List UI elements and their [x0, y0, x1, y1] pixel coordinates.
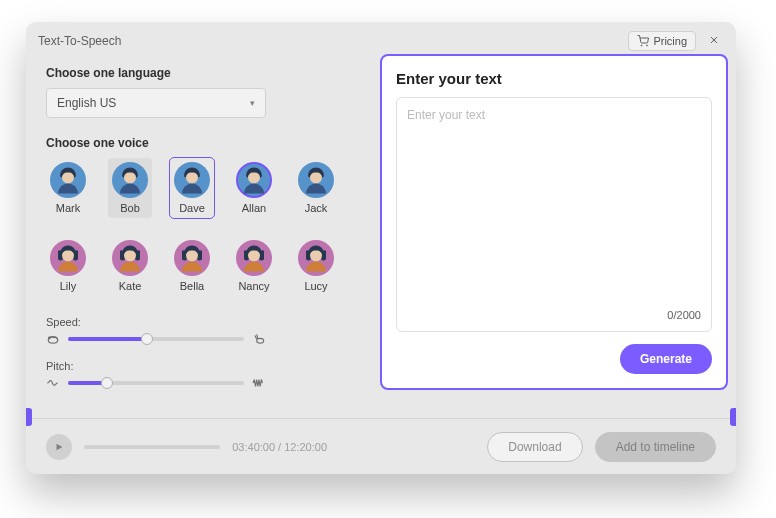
- download-button[interactable]: Download: [487, 432, 582, 462]
- window-title: Text-To-Speech: [38, 34, 121, 48]
- rabbit-icon: [252, 332, 266, 346]
- voice-option-bella[interactable]: Bella: [170, 236, 214, 296]
- cart-icon: [637, 35, 649, 47]
- svg-point-1: [647, 45, 648, 46]
- play-icon: [54, 442, 64, 452]
- playback-timeline[interactable]: [84, 445, 220, 449]
- wave-high-icon: [252, 376, 266, 390]
- avatar: [236, 162, 272, 198]
- voice-name: Allan: [242, 202, 266, 214]
- voice-name: Lucy: [304, 280, 327, 292]
- voice-name: Kate: [119, 280, 142, 292]
- close-icon: [708, 34, 720, 46]
- avatar: [236, 240, 272, 276]
- voice-option-mark[interactable]: Mark: [46, 158, 90, 218]
- avatar: [112, 162, 148, 198]
- svg-marker-7: [57, 443, 63, 450]
- voice-name: Lily: [60, 280, 77, 292]
- right-crop-handle[interactable]: [730, 408, 736, 426]
- play-button[interactable]: [46, 434, 72, 460]
- pitch-label: Pitch:: [46, 360, 266, 372]
- avatar: [174, 162, 210, 198]
- voice-name: Bella: [180, 280, 204, 292]
- voice-option-nancy[interactable]: Nancy: [232, 236, 276, 296]
- close-button[interactable]: [704, 31, 724, 51]
- voice-grid: MarkBobDaveAllanJackLilyKateBellaNancyLu…: [46, 158, 386, 296]
- turtle-icon: [46, 332, 60, 346]
- voice-name: Dave: [179, 202, 205, 214]
- voice-option-allan[interactable]: Allan: [232, 158, 276, 218]
- svg-point-6: [257, 338, 264, 343]
- voice-name: Jack: [305, 202, 328, 214]
- svg-point-0: [641, 45, 642, 46]
- pricing-button[interactable]: Pricing: [628, 31, 696, 51]
- voice-option-lucy[interactable]: Lucy: [294, 236, 338, 296]
- avatar: [112, 240, 148, 276]
- footer: 03:40:00 / 12:20:00 Download Add to time…: [26, 418, 736, 474]
- voice-name: Nancy: [238, 280, 269, 292]
- chevron-down-icon: ▾: [250, 98, 255, 108]
- speed-slider[interactable]: [68, 337, 244, 341]
- speed-label: Speed:: [46, 316, 266, 328]
- char-count: 0/2000: [407, 309, 701, 321]
- voice-option-jack[interactable]: Jack: [294, 158, 338, 218]
- avatar: [298, 240, 334, 276]
- voice-option-lily[interactable]: Lily: [46, 236, 90, 296]
- avatar: [174, 240, 210, 276]
- pitch-thumb[interactable]: [101, 377, 113, 389]
- pitch-slider[interactable]: [68, 381, 244, 385]
- avatar: [50, 162, 86, 198]
- avatar: [50, 240, 86, 276]
- voice-option-bob[interactable]: Bob: [108, 158, 152, 218]
- voice-option-kate[interactable]: Kate: [108, 236, 152, 296]
- language-select[interactable]: English US ▾: [46, 88, 266, 118]
- wave-low-icon: [46, 376, 60, 390]
- avatar: [298, 162, 334, 198]
- voice-name: Mark: [56, 202, 80, 214]
- text-input[interactable]: [407, 108, 701, 309]
- panel-title: Enter your text: [396, 70, 712, 87]
- generate-button[interactable]: Generate: [620, 344, 712, 374]
- text-area-wrapper: 0/2000: [396, 97, 712, 332]
- time-display: 03:40:00 / 12:20:00: [232, 441, 327, 453]
- speed-thumb[interactable]: [141, 333, 153, 345]
- voice-name: Bob: [120, 202, 140, 214]
- language-selected: English US: [57, 96, 116, 110]
- voice-option-dave[interactable]: Dave: [170, 158, 214, 218]
- add-timeline-button[interactable]: Add to timeline: [595, 432, 716, 462]
- text-entry-panel: Enter your text 0/2000 Generate: [380, 54, 728, 390]
- left-crop-handle[interactable]: [26, 408, 32, 426]
